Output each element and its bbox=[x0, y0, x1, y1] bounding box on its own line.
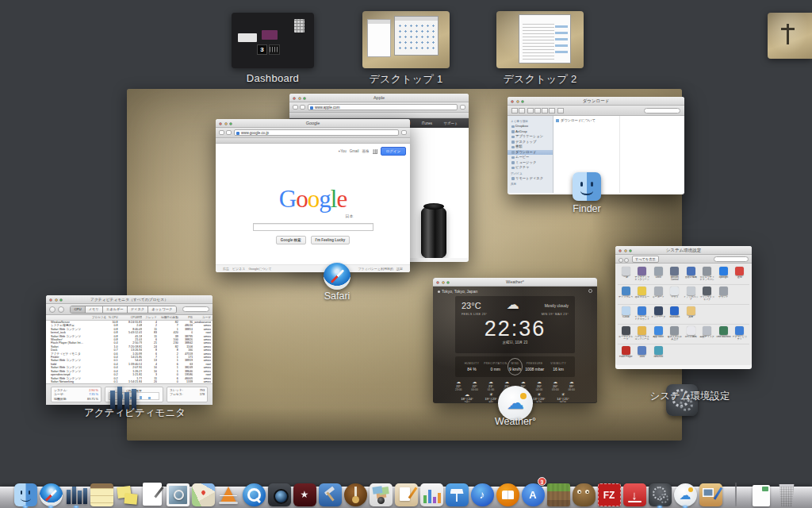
google-header-link[interactable]: Gmail bbox=[350, 149, 359, 153]
maps-icon[interactable] bbox=[192, 483, 215, 506]
pane-icon[interactable] bbox=[735, 326, 744, 335]
pane-icon[interactable] bbox=[638, 346, 646, 355]
preference-pane[interactable]: Spotlight bbox=[715, 267, 732, 282]
dock-item[interactable] bbox=[64, 478, 88, 506]
pane-icon[interactable] bbox=[654, 306, 663, 315]
safari-google-window[interactable]: Google www.google.co.jp +YouGmail画像 ログイン… bbox=[216, 119, 410, 272]
weather-window[interactable]: Weather° Tokyo, Tokyo, Japan 23°C ☁ Most… bbox=[433, 278, 597, 403]
column-header[interactable]: スレッド bbox=[142, 316, 157, 319]
file-item[interactable]: ダウンロードについて bbox=[553, 116, 684, 122]
traffic-lights[interactable] bbox=[293, 97, 306, 100]
preference-pane[interactable]: Dock bbox=[650, 267, 667, 282]
preference-pane[interactable]: 起動ディスク bbox=[699, 326, 716, 341]
quit-process-button[interactable] bbox=[49, 306, 56, 313]
preference-pane[interactable]: 省エネルギー bbox=[634, 287, 651, 302]
dock-item[interactable]: ↓ bbox=[622, 478, 646, 506]
keynote-icon[interactable] bbox=[446, 483, 469, 506]
pane-icon[interactable] bbox=[638, 287, 646, 295]
pane-icon[interactable] bbox=[735, 267, 744, 275]
back-forward-buttons[interactable] bbox=[219, 130, 232, 135]
dock-item[interactable] bbox=[191, 478, 215, 506]
documents-icon[interactable] bbox=[753, 485, 770, 506]
finder-icon[interactable] bbox=[14, 483, 37, 506]
vlc-icon[interactable] bbox=[217, 483, 240, 506]
system-preferences-window[interactable]: システム環境設定 すべてを表示 一般デスクトップとスクリーンセーバDockMis… bbox=[615, 246, 752, 369]
preference-pane[interactable]: 音声入力と読み上げ bbox=[667, 326, 684, 341]
pane-icon[interactable] bbox=[638, 267, 646, 275]
dock-item[interactable]: ★ bbox=[293, 478, 316, 506]
minecraft-icon[interactable] bbox=[547, 483, 570, 506]
pane-icon[interactable] bbox=[687, 326, 695, 335]
pane-icon[interactable] bbox=[622, 326, 630, 335]
pane-icon[interactable] bbox=[638, 326, 646, 335]
trash-icon[interactable] bbox=[776, 484, 797, 506]
dock-item[interactable] bbox=[39, 478, 63, 506]
preference-pane[interactable]: 言語と地域 bbox=[683, 267, 699, 282]
traffic-lights[interactable] bbox=[511, 100, 524, 103]
preference-pane[interactable]: サウンド bbox=[715, 287, 732, 302]
preview-icon[interactable] bbox=[167, 483, 190, 506]
google-login-button[interactable]: ログイン bbox=[381, 147, 406, 156]
column-header[interactable]: 待機中の起動 bbox=[157, 316, 178, 319]
preference-pane[interactable]: ディスプレイ bbox=[618, 287, 634, 302]
url-field[interactable]: www.apple.com bbox=[308, 104, 458, 110]
preference-pane[interactable]: ネットワーク bbox=[650, 306, 667, 321]
back-forward-buttons[interactable] bbox=[511, 108, 525, 114]
google-search-button[interactable]: Google 検索 bbox=[276, 236, 306, 244]
quicktime-icon[interactable] bbox=[243, 483, 266, 506]
itunes-icon[interactable]: ♪ bbox=[471, 483, 494, 506]
dock-item[interactable] bbox=[140, 478, 164, 506]
dock-item[interactable] bbox=[394, 478, 418, 506]
pane-icon[interactable] bbox=[622, 267, 630, 275]
traffic-lights[interactable] bbox=[619, 249, 632, 252]
share-button[interactable] bbox=[460, 105, 465, 110]
pane-icon[interactable] bbox=[654, 267, 663, 275]
pane-icon[interactable] bbox=[622, 287, 630, 295]
notes-icon[interactable] bbox=[90, 483, 113, 506]
pane-icon[interactable] bbox=[703, 267, 711, 275]
dock-item[interactable] bbox=[267, 478, 291, 506]
dock-item[interactable] bbox=[724, 478, 748, 506]
dock-item[interactable] bbox=[13, 478, 37, 506]
pane-icon[interactable] bbox=[670, 267, 679, 275]
space-desktop2-label[interactable]: デスクトップ 2 bbox=[496, 72, 584, 87]
back-forward-buttons[interactable] bbox=[293, 105, 305, 110]
preference-pane[interactable]: アクセシビリティ bbox=[732, 326, 749, 341]
pane-icon[interactable] bbox=[638, 306, 646, 315]
dock-item[interactable] bbox=[572, 478, 596, 506]
dock-item[interactable]: ♪ bbox=[470, 478, 494, 506]
preference-pane[interactable]: Java bbox=[634, 346, 651, 361]
weather-settings-icon[interactable] bbox=[588, 289, 592, 293]
dock-item[interactable] bbox=[749, 478, 773, 506]
column-header[interactable]: CPU時間 bbox=[118, 316, 143, 319]
preference-pane[interactable]: 一般 bbox=[618, 267, 634, 282]
dock-item[interactable]: A 3 bbox=[521, 478, 545, 506]
google-footer-link[interactable]: 広告 bbox=[223, 267, 229, 271]
weather-icon[interactable]: ☁ bbox=[674, 483, 697, 506]
preference-pane[interactable]: デスクトップとスクリーンセーバ bbox=[634, 267, 651, 282]
space-dashboard-thumbnail[interactable]: 3 bbox=[232, 13, 314, 68]
preference-pane[interactable]: インターネットアカウント bbox=[634, 306, 651, 321]
traffic-lights[interactable] bbox=[49, 298, 63, 302]
sidebar-item[interactable]: ピクチャ bbox=[511, 165, 553, 171]
add-space-partial-thumbnail[interactable] bbox=[768, 13, 812, 59]
imovie-icon[interactable]: ★ bbox=[293, 483, 316, 506]
dock-item[interactable] bbox=[115, 478, 139, 506]
photo-booth-icon[interactable] bbox=[370, 483, 393, 506]
space-dashboard-label[interactable]: Dashboard bbox=[232, 72, 314, 84]
dock-item[interactable] bbox=[242, 478, 266, 506]
preferences-search-field[interactable] bbox=[714, 256, 749, 262]
pane-icon[interactable] bbox=[654, 326, 663, 335]
dock-item[interactable] bbox=[343, 478, 367, 506]
dock-item[interactable] bbox=[546, 478, 570, 506]
preference-pane[interactable]: Bluetooth bbox=[667, 306, 684, 321]
preference-pane[interactable]: トラックパッド bbox=[683, 287, 699, 302]
camera-icon[interactable] bbox=[268, 483, 291, 506]
pane-icon[interactable] bbox=[703, 326, 711, 335]
sidebar-item[interactable]: リモートディスク bbox=[511, 176, 553, 182]
safari-icon[interactable] bbox=[324, 263, 350, 290]
preference-pane[interactable]: Flash Player bbox=[618, 346, 634, 361]
column-header[interactable]: % CPU bbox=[106, 316, 117, 319]
google-apps-grid-icon[interactable] bbox=[373, 149, 377, 154]
activity-monitor-icon[interactable] bbox=[65, 483, 88, 506]
